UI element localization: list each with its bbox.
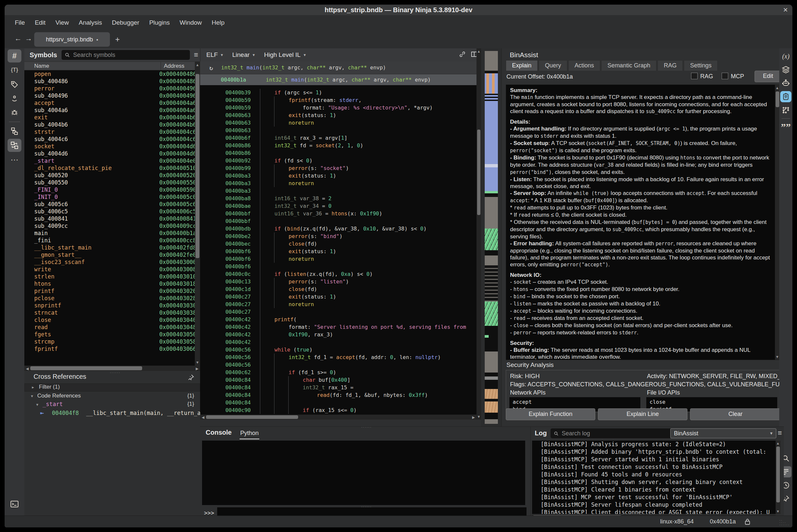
- code-line[interactable]: 00400c42: [200, 338, 481, 346]
- splitter-handle[interactable]: ······: [361, 425, 372, 429]
- code-line[interactable]: 00400b59fprintf(stream: stderr,: [200, 96, 481, 104]
- code-hscrollbar[interactable]: ◀ ▶: [200, 415, 476, 420]
- xref-function-row[interactable]: ▾ _start {1}: [24, 401, 200, 409]
- binassist-tab-settings[interactable]: Settings: [684, 60, 718, 71]
- code-line[interactable]: 00400c56while (true): [200, 346, 481, 354]
- code-line[interactable]: 00400c56int32_t fd_1 = accept(fd, addr: …: [200, 354, 481, 361]
- tab-httpsrv-strip[interactable]: httpsrv_strip.bndb ●: [34, 32, 110, 47]
- symbol-row[interactable]: sub_4005500x000400550: [24, 179, 195, 186]
- rag-checkbox[interactable]: RAG: [691, 73, 713, 80]
- code-line[interactable]: 00400ba3noreturn: [200, 179, 481, 187]
- current-line-band[interactable]: 00400b1a int32_t main(int32_t argc, char…: [200, 74, 481, 85]
- log-vscrollbar[interactable]: ▲ ▼: [776, 441, 781, 514]
- symbol-row[interactable]: pclose0x000403028: [24, 294, 195, 302]
- pin-icon[interactable]: [187, 374, 194, 381]
- clear-button[interactable]: Clear: [690, 408, 781, 420]
- stack-layers-icon[interactable]: [780, 64, 792, 75]
- code-line[interactable]: 00400c84: [200, 399, 481, 406]
- menu-help[interactable]: Help: [207, 19, 229, 26]
- symbol-row[interactable]: __isoc23_sscanf0x000403000: [24, 259, 195, 266]
- scroll-thumb[interactable]: [30, 366, 142, 370]
- console-output[interactable]: [202, 441, 525, 505]
- symbol-row[interactable]: snprintf0x000403030: [24, 302, 195, 309]
- symbols-vscrollbar[interactable]: ▲ ▼: [195, 61, 200, 366]
- code-line[interactable]: 00400bf6noreturn: [200, 255, 481, 263]
- symbol-row[interactable]: popen0x000400486: [24, 70, 195, 78]
- variables-icon[interactable]: (x): [780, 51, 792, 62]
- symbol-row[interactable]: sub_4004d60x0004004d6: [24, 150, 195, 157]
- symbol-row[interactable]: sub_4004960x000400496: [24, 92, 195, 99]
- symbol-row[interactable]: sub_4004a60x0004004a6: [24, 107, 195, 114]
- symbol-row[interactable]: fprintf0x000403066: [24, 345, 195, 353]
- location-pin-icon[interactable]: [7, 92, 21, 105]
- symbol-row[interactable]: sub_4009cc0x0004009cc: [24, 222, 195, 229]
- symbol-row[interactable]: _dl_relocate_static_pie0x000400510: [24, 165, 195, 172]
- link-icon[interactable]: [459, 51, 466, 58]
- symbol-row[interactable]: close0x000403040: [24, 316, 195, 324]
- scroll-down-arrow[interactable]: ▼: [476, 415, 481, 419]
- code-line[interactable]: 00400b59format: "Usage: %s <directory>\n…: [200, 104, 481, 112]
- code-line[interactable]: 00400c42printf(: [200, 316, 481, 323]
- menu-plugins[interactable]: Plugins: [144, 19, 175, 26]
- menu-file[interactable]: File: [10, 19, 30, 26]
- code-line[interactable]: 00400be2perror(s: "bind"): [200, 232, 481, 240]
- binassist-tab-rag[interactable]: RAG: [657, 60, 683, 71]
- code-line[interactable]: 00400bf6exit(status: 1): [200, 248, 481, 255]
- symbols-column-headers[interactable]: Name Address: [24, 61, 195, 70]
- lock-icon[interactable]: [745, 518, 750, 525]
- code-line[interactable]: 00400bdbif (bind(zx.q(fd), &var_38, 0x10…: [200, 225, 481, 232]
- edit-button[interactable]: Edit: [755, 71, 781, 82]
- scroll-down-arrow[interactable]: ▼: [195, 360, 200, 364]
- code-line[interactable]: 00400b63exit(status: 1): [200, 112, 481, 119]
- tab-python[interactable]: Python: [239, 430, 259, 439]
- binassist-icon[interactable]: [780, 91, 792, 102]
- back-arrow-icon[interactable]: ←: [15, 34, 22, 43]
- api-item[interactable]: accept: [513, 399, 637, 406]
- code-line[interactable]: 00400c27: [200, 308, 481, 316]
- code-line[interactable]: 00400baeint32_t var_34 = 0: [200, 202, 481, 210]
- code-line[interactable]: 00400ba3: [200, 187, 481, 195]
- log-menu-icon[interactable]: ≡: [778, 429, 782, 437]
- column-name[interactable]: Name: [34, 63, 49, 69]
- new-tab-button[interactable]: +: [115, 35, 120, 44]
- symbol-row[interactable]: htons0x000403018: [24, 280, 195, 287]
- symbols-hscrollbar[interactable]: ◀ ▶: [24, 366, 200, 371]
- menu-window[interactable]: Window: [175, 19, 207, 26]
- hierarchy-icon[interactable]: [7, 125, 21, 138]
- api-item[interactable]: close: [650, 399, 774, 406]
- semantic-graph-icon[interactable]: [780, 104, 792, 116]
- quotes-icon[interactable]: ””: [780, 121, 792, 133]
- symbol-row[interactable]: socket0x0004004d6: [24, 143, 195, 150]
- view-dropdown[interactable]: Linear▼: [232, 51, 256, 58]
- symbol-row[interactable]: main0x000400b1a: [24, 229, 195, 237]
- scroll-thumb[interactable]: [206, 415, 298, 419]
- scroll-up-arrow[interactable]: ▲: [195, 63, 200, 67]
- more-icon[interactable]: ···: [7, 153, 21, 166]
- checkbox[interactable]: [691, 73, 698, 79]
- binassist-tab-explain[interactable]: Explain: [506, 60, 538, 71]
- cross-references-icon[interactable]: [7, 139, 21, 152]
- code-line[interactable]: 00400c84char buf[0x400]: [200, 376, 481, 384]
- code-line[interactable]: 00400c0cif (listen(zx.q(fd), 0xa) s< 0): [200, 270, 481, 278]
- close-icon[interactable]: ×: [783, 5, 788, 15]
- binassist-tab-actions[interactable]: Actions: [568, 60, 600, 71]
- code-line[interactable]: 00400c56: [200, 361, 481, 368]
- symbol-row[interactable]: exit0x0004004b6: [24, 114, 195, 121]
- scroll-down-arrow[interactable]: ▼: [775, 355, 780, 359]
- feature-map[interactable]: [485, 51, 498, 424]
- symbol-row[interactable]: strstr0x0004004c6: [24, 128, 195, 135]
- binassist-tab-semantic-graph[interactable]: Semantic Graph: [601, 60, 656, 71]
- code-line[interactable]: 00400c42format: "Server listening on por…: [200, 323, 481, 331]
- symbol-row[interactable]: sub_4004c60x0004004c6: [24, 135, 195, 143]
- code-line[interactable]: 00400ba3exit(status: 1): [200, 172, 481, 179]
- scroll-thumb[interactable]: [477, 130, 481, 215]
- symbol-row[interactable]: accept0x0004004a6: [24, 99, 195, 107]
- log-filter-dropdown[interactable]: BinAssist ▼: [670, 429, 776, 438]
- symbol-row[interactable]: _start0x0004004e0: [24, 157, 195, 165]
- checkbox[interactable]: [722, 73, 728, 79]
- scroll-up-arrow[interactable]: ▲: [776, 441, 780, 445]
- log-lines[interactable]: [BinAssistMCP] Analysis progress state: …: [532, 441, 776, 514]
- scroll-right-arrow[interactable]: ▶: [471, 415, 476, 420]
- robot-head-icon[interactable]: [780, 78, 792, 89]
- function-signature[interactable]: int32_t main(int32_t argc, char** argv, …: [221, 61, 386, 74]
